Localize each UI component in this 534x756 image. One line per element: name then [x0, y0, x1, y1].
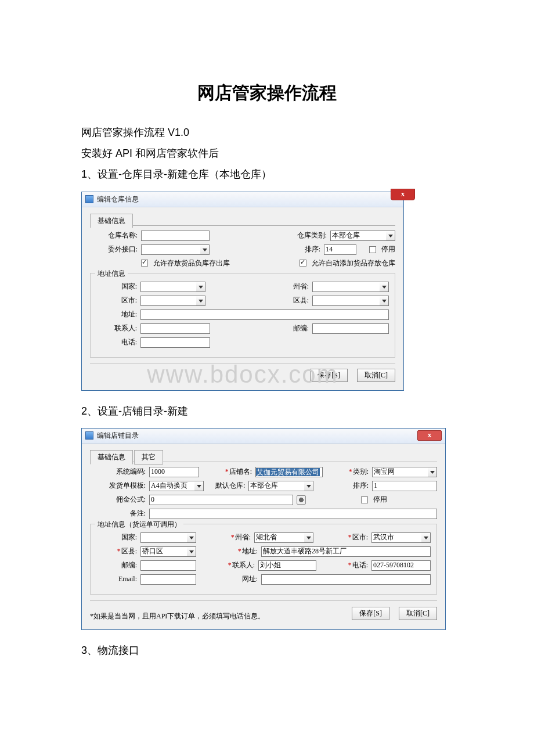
warehouse-type-select[interactable] — [330, 231, 395, 241]
note-text: *如果是当当网，且用API下载订单，必须填写电话信息。 — [90, 611, 265, 621]
country-select[interactable] — [140, 282, 205, 292]
warehouse-name-input[interactable] — [141, 231, 210, 241]
country-label: 国家: — [96, 282, 137, 291]
tab-other[interactable]: 其它 — [134, 450, 163, 465]
contact-input[interactable] — [140, 323, 210, 334]
close-button[interactable]: x — [391, 189, 415, 200]
zip-input[interactable] — [312, 323, 389, 334]
sort-input[interactable] — [324, 244, 356, 255]
zip-input[interactable] — [140, 560, 196, 571]
auto-add-label: 允许自动添加货品存放仓库 — [312, 258, 395, 268]
allow-negative-checkbox[interactable] — [141, 260, 148, 267]
province-label: 州省: — [235, 533, 251, 541]
sort-label: 排序: — [305, 244, 320, 254]
outsource-select[interactable] — [141, 244, 210, 255]
chevron-down-icon[interactable] — [304, 481, 313, 491]
zip-label: 邮编: — [96, 560, 137, 570]
default-wh-label: 默认仓库: — [215, 481, 245, 491]
chevron-down-icon[interactable] — [421, 532, 431, 543]
chevron-down-icon[interactable] — [380, 282, 389, 292]
phone-input[interactable] — [371, 560, 431, 571]
close-button[interactable]: x — [417, 430, 442, 441]
chevron-down-icon[interactable] — [200, 244, 210, 255]
titlebar-text: 编辑店铺目录 — [97, 431, 139, 441]
address-label: 地址: — [96, 309, 137, 319]
district-label: 区县: — [293, 296, 309, 305]
edit-shop-dialog: 编辑店铺目录 x 基础信息 其它 系统编码: *店铺名: 艾伽元贸易有限公司 *… — [81, 428, 446, 630]
titlebar: 编辑仓库信息 x — [82, 192, 403, 207]
chevron-down-icon[interactable] — [380, 296, 389, 306]
step-2-text: 2、设置-店铺目录-新建 — [23, 401, 511, 421]
chevron-down-icon[interactable] — [194, 481, 204, 491]
city-label: 区市: — [96, 296, 137, 305]
remark-label: 备注: — [90, 509, 146, 519]
paragraph-intro: 安装好 API 和网店管家软件后 — [23, 143, 511, 163]
chevron-down-icon[interactable] — [187, 532, 196, 543]
district-select[interactable] — [140, 546, 196, 557]
disable-checkbox[interactable] — [361, 496, 368, 503]
addr-label: 地址: — [242, 547, 258, 555]
disable-checkbox[interactable] — [369, 246, 376, 253]
chevron-down-icon[interactable] — [304, 532, 313, 543]
cancel-button[interactable]: 取消[C] — [357, 369, 395, 382]
sort-input[interactable] — [372, 481, 437, 491]
syscode-label: 系统编码: — [90, 467, 146, 477]
default-wh-select[interactable] — [248, 481, 313, 491]
contact-input[interactable] — [258, 560, 316, 571]
chevron-down-icon[interactable] — [386, 231, 395, 241]
address-group: 地址信息（货运单可调用） 国家: *州省: *区市: *区县: *地址: — [90, 524, 437, 595]
phone-input[interactable] — [140, 337, 210, 348]
url-label: 网址: — [242, 574, 258, 584]
template-select[interactable] — [149, 481, 204, 491]
app-icon — [85, 431, 93, 440]
remark-input[interactable] — [149, 509, 437, 519]
chevron-down-icon[interactable] — [196, 282, 205, 292]
city-select[interactable] — [140, 296, 205, 306]
phone-label: 电话: — [96, 337, 137, 347]
outsource-input[interactable] — [141, 244, 200, 255]
city-select[interactable] — [371, 532, 431, 543]
address-group-title: 地址信息（货运单可调用） — [95, 520, 183, 530]
contact-label: 联系人: — [96, 323, 137, 333]
district-label: 区县: — [121, 547, 137, 555]
allow-negative-label: 允许存放货品负库存出库 — [153, 258, 230, 268]
province-select[interactable] — [312, 282, 389, 292]
address-group-title: 地址信息 — [95, 269, 128, 279]
addr-input[interactable] — [261, 546, 431, 557]
email-input[interactable] — [140, 574, 196, 585]
address-input[interactable] — [140, 309, 389, 320]
titlebar-text: 编辑仓库信息 — [97, 195, 139, 204]
tab-basic[interactable]: 基础信息 — [90, 214, 133, 228]
disable-label: 停用 — [381, 244, 395, 254]
app-icon — [85, 195, 93, 203]
step-1-text: 1、设置-仓库目录-新建仓库（本地仓库） — [23, 164, 511, 184]
save-button[interactable]: 保存[S] — [310, 369, 348, 382]
province-select[interactable] — [254, 532, 313, 543]
step-3-text: 3、物流接口 — [23, 640, 511, 660]
category-label: 类别: — [353, 467, 369, 476]
commission-input[interactable] — [149, 495, 293, 505]
contact-label: 联系人: — [232, 561, 255, 569]
warehouse-type-value[interactable] — [330, 231, 386, 241]
shopname-input[interactable]: 艾伽元贸易有限公司 — [255, 467, 323, 477]
phone-label: 电话: — [352, 561, 368, 569]
district-select[interactable] — [312, 296, 389, 306]
save-button[interactable]: 保存[S] — [352, 607, 389, 620]
country-select[interactable] — [140, 532, 196, 543]
document-title: 网店管家操作流程 — [23, 81, 511, 105]
cancel-button[interactable]: 取消[C] — [399, 607, 437, 620]
email-label: Email: — [96, 575, 137, 584]
category-select[interactable] — [372, 467, 437, 477]
gear-icon[interactable] — [297, 495, 306, 505]
edit-warehouse-dialog: 编辑仓库信息 x 基础信息 仓库名称: 仓库类别: 委外接口: — [81, 192, 404, 391]
chevron-down-icon[interactable] — [196, 296, 205, 306]
sort-label: 排序: — [353, 481, 369, 491]
chevron-down-icon[interactable] — [428, 467, 437, 477]
titlebar: 编辑店铺目录 x — [82, 429, 445, 444]
syscode-input[interactable] — [149, 467, 199, 477]
address-group: 地址信息 国家: 州省: 区市: 区县: 地址: — [90, 273, 395, 358]
tab-basic[interactable]: 基础信息 — [90, 450, 133, 465]
chevron-down-icon[interactable] — [187, 546, 196, 557]
auto-add-checkbox[interactable] — [300, 260, 306, 267]
url-input[interactable] — [261, 574, 431, 585]
